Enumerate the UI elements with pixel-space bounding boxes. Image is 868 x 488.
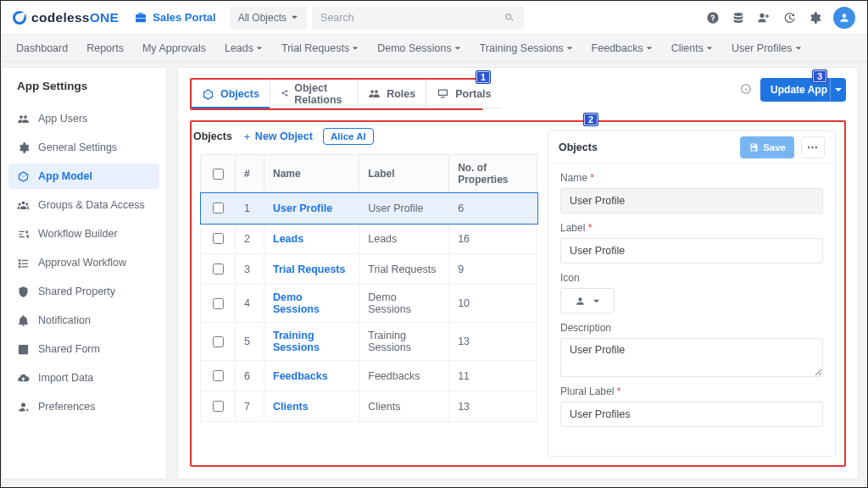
nav-my-approvals[interactable]: My Approvals xyxy=(142,42,206,54)
description-input[interactable] xyxy=(560,338,823,377)
sidebar-item-preferences[interactable]: Preferences xyxy=(8,394,159,419)
breadcrumb-objects: Objects xyxy=(193,130,232,142)
tab-objects[interactable]: Objects xyxy=(192,80,270,108)
update-app-button[interactable]: Update App xyxy=(760,78,846,102)
table-row[interactable]: 1User ProfileUser Profile6 xyxy=(201,193,537,224)
gear-icon xyxy=(17,141,30,154)
info-icon[interactable] xyxy=(740,83,752,97)
col-index: # xyxy=(236,155,264,193)
user-avatar[interactable] xyxy=(833,7,855,29)
cloud-upload-icon xyxy=(17,372,30,385)
row-checkbox[interactable] xyxy=(213,370,224,381)
form-icon xyxy=(17,343,30,356)
row-props: 16 xyxy=(449,224,537,254)
database-icon[interactable] xyxy=(732,11,745,25)
nav-clients[interactable]: Clients xyxy=(671,42,713,54)
save-button[interactable]: Save xyxy=(740,136,794,158)
row-name-link[interactable]: Feedbacks xyxy=(273,370,328,382)
caret-down-icon xyxy=(454,45,461,52)
plural-label-input[interactable]: User Profiles xyxy=(560,402,823,427)
label-input[interactable]: User Profile xyxy=(560,238,823,263)
field-label-name: Name xyxy=(560,172,823,184)
row-label: Leads xyxy=(359,224,449,254)
row-label: User Profile xyxy=(359,193,449,224)
sidebar-item-shared-property[interactable]: Shared Property xyxy=(8,279,159,304)
sidebar-item-app-users[interactable]: App Users xyxy=(8,106,159,131)
row-name-link[interactable]: User Profile xyxy=(273,202,332,214)
nav-leads[interactable]: Leads xyxy=(225,42,263,54)
nav-training-sessions[interactable]: Training Sessions xyxy=(480,42,573,54)
row-label: Training Sessions xyxy=(359,323,449,361)
more-actions-button[interactable]: ⋯ xyxy=(801,136,825,158)
row-checkbox[interactable] xyxy=(213,263,224,274)
icon-select[interactable] xyxy=(560,288,615,313)
table-row[interactable]: 4Demo SessionsDemo Sessions10 xyxy=(201,285,537,323)
settings-sidebar: App Settings App Users General Settings … xyxy=(1,67,167,480)
nav-demo-sessions[interactable]: Demo Sessions xyxy=(377,42,461,54)
row-name-link[interactable]: Trial Requests xyxy=(273,263,345,275)
history-icon[interactable] xyxy=(782,11,796,25)
table-row[interactable]: 2LeadsLeads16 xyxy=(201,224,537,254)
sidebar-item-shared-form[interactable]: Shared Form xyxy=(8,336,159,362)
row-name-link[interactable]: Training Sessions xyxy=(273,330,320,353)
plus-icon xyxy=(242,132,252,141)
sidebar-item-general-settings[interactable]: General Settings xyxy=(8,135,159,160)
objects-table: # Name Label No. of Properties 1User Pro… xyxy=(200,154,537,457)
sidebar-item-app-model[interactable]: App Model xyxy=(8,164,159,189)
nav-trial-requests[interactable]: Trial Requests xyxy=(281,42,359,54)
chevron-down-icon xyxy=(593,297,600,305)
field-label-icon: Icon xyxy=(560,272,823,284)
nav-user-profiles[interactable]: User Profiles xyxy=(732,42,802,54)
new-object-button[interactable]: New Object xyxy=(242,130,313,142)
row-props: 13 xyxy=(449,391,537,422)
caret-down-icon xyxy=(566,45,573,52)
row-props: 13 xyxy=(449,323,537,361)
portal-switcher[interactable]: Sales Portal xyxy=(134,11,215,25)
row-checkbox[interactable] xyxy=(213,233,224,244)
sidebar-item-import-data[interactable]: Import Data xyxy=(8,365,159,391)
alice-ai-button[interactable]: Alice AI xyxy=(323,128,374,145)
row-checkbox[interactable] xyxy=(213,202,224,214)
settings-title: App Settings xyxy=(8,78,159,106)
checklist-icon xyxy=(17,257,30,269)
row-name-link[interactable]: Leads xyxy=(273,233,303,245)
row-props: 6 xyxy=(449,193,537,224)
table-row[interactable]: 7ClientsClients13 xyxy=(201,391,537,422)
tab-portals[interactable]: Portals xyxy=(426,80,501,108)
row-index: 2 xyxy=(236,224,264,254)
callout-marker-3: 3 xyxy=(812,69,827,83)
portal-name: Sales Portal xyxy=(153,11,215,24)
row-checkbox[interactable] xyxy=(213,336,224,347)
row-name-link[interactable]: Demo Sessions xyxy=(273,291,320,315)
nav-reports[interactable]: Reports xyxy=(86,42,124,54)
gear-icon[interactable] xyxy=(808,11,821,25)
sidebar-item-notification[interactable]: Notification xyxy=(8,308,159,333)
search-placeholder: Search xyxy=(320,12,504,24)
callout-marker-2: 2 xyxy=(583,113,598,126)
brand-logo[interactable]: codelessONE xyxy=(13,10,119,25)
sidebar-item-workflow-builder[interactable]: Workflow Builder xyxy=(8,221,159,247)
nav-dashboard[interactable]: Dashboard xyxy=(16,42,68,54)
global-search[interactable]: Search xyxy=(312,6,524,30)
logo-text-b: ONE xyxy=(90,10,120,25)
help-icon[interactable] xyxy=(706,11,720,25)
nav-feedbacks[interactable]: Feedbacks xyxy=(592,42,653,54)
sidebar-item-approval-workflow[interactable]: Approval Workflow xyxy=(8,250,159,275)
tab-object-relations[interactable]: Object Relations xyxy=(270,80,358,108)
select-all-checkbox[interactable] xyxy=(213,169,224,180)
callout-marker-1: 1 xyxy=(476,70,491,84)
table-row[interactable]: 6FeedbacksFeedbacks11 xyxy=(201,361,537,391)
col-props: No. of Properties xyxy=(449,155,537,193)
logo-mark-icon xyxy=(13,11,26,25)
name-input[interactable]: User Profile xyxy=(560,188,823,214)
row-checkbox[interactable] xyxy=(213,298,224,309)
sidebar-item-groups[interactable]: Groups & Data Access xyxy=(8,192,159,218)
tab-roles[interactable]: Roles xyxy=(358,80,426,108)
object-scope-dropdown[interactable]: All Objects xyxy=(230,6,307,30)
row-name-link[interactable]: Clients xyxy=(273,401,309,413)
row-checkbox[interactable] xyxy=(213,401,224,412)
bell-icon xyxy=(17,314,30,327)
table-row[interactable]: 5Training SessionsTraining Sessions13 xyxy=(201,323,537,361)
add-user-icon[interactable] xyxy=(757,11,771,25)
table-row[interactable]: 3Trial RequestsTrial Requests9 xyxy=(201,254,537,285)
